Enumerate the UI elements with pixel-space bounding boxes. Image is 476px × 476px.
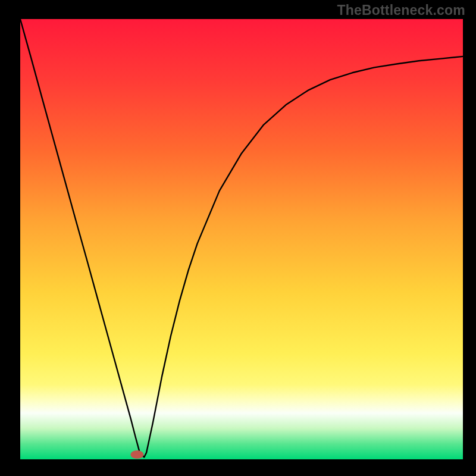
chart-frame: TheBottleneck.com (0, 0, 476, 476)
chart-svg (0, 0, 476, 476)
marker-dot (130, 450, 143, 459)
plot-background (20, 19, 463, 459)
watermark-text: TheBottleneck.com (337, 2, 465, 18)
